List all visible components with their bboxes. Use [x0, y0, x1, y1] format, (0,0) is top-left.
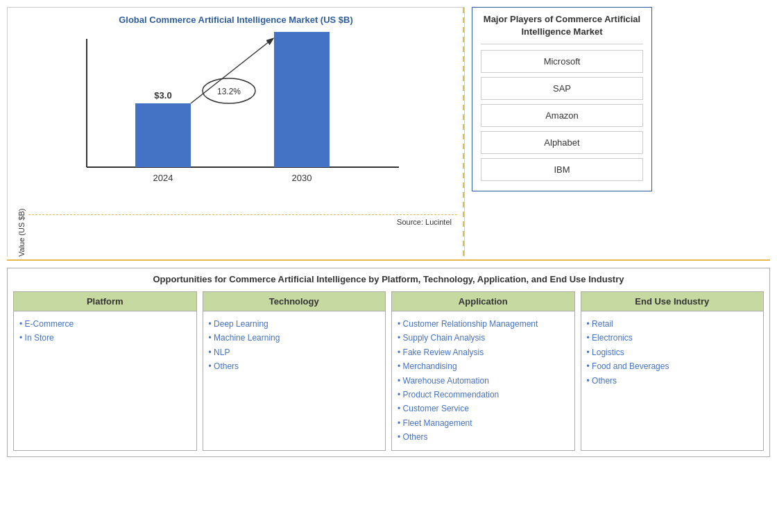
- list-item: Fleet Management: [398, 416, 569, 430]
- list-item: Customer Service: [398, 402, 569, 415]
- svg-text:2030: 2030: [292, 173, 312, 183]
- opportunity-column-2: ApplicationCustomer Relationship Managem…: [391, 291, 575, 451]
- bar-chart-svg: $3.0 $6.4 2024 2030 13.2%: [28, 32, 457, 198]
- chart-wrapper: Value (US $B) $3.0 $6.4: [15, 32, 457, 257]
- main-container: Global Commerce Artificial Intelligence …: [0, 0, 777, 532]
- svg-text:2024: 2024: [153, 173, 173, 183]
- column-header-1: Technology: [203, 292, 386, 311]
- player-item: Amazon: [481, 104, 643, 127]
- list-item: Machine Learning: [209, 331, 380, 345]
- divider-line: [7, 259, 770, 261]
- source-text: Source: Lucintel: [28, 214, 457, 229]
- column-body-2: Customer Relationship ManagementSupply C…: [392, 311, 574, 450]
- list-item: Logistics: [587, 345, 758, 359]
- chart-inner: $3.0 $6.4 2024 2030 13.2%: [28, 32, 457, 257]
- list-item: Food and Beverages: [587, 359, 758, 373]
- bar-2024: [135, 103, 191, 167]
- svg-text:$3.0: $3.0: [154, 90, 171, 101]
- list-item: Product Recommendation: [398, 388, 569, 402]
- list-item: Warehouse Automation: [398, 374, 569, 388]
- list-item: Electronics: [587, 331, 758, 345]
- column-header-0: Platform: [14, 292, 196, 311]
- list-item: Others: [587, 374, 758, 388]
- list-item: Fake Review Analysis: [398, 345, 569, 359]
- player-item: IBM: [481, 158, 643, 181]
- player-item: SAP: [481, 77, 643, 100]
- player-item: Microsoft: [481, 50, 643, 73]
- opportunity-column-3: End Use IndustryRetailElectronicsLogisti…: [581, 291, 765, 451]
- player-item: Alphabet: [481, 131, 643, 154]
- list-item: Retail: [587, 317, 758, 331]
- list-item: NLP: [209, 345, 380, 359]
- list-item: Customer Relationship Management: [398, 317, 569, 331]
- list-item: Others: [209, 359, 380, 373]
- list-item: Deep Learning: [209, 317, 380, 331]
- opportunity-column-1: TechnologyDeep LearningMachine LearningN…: [203, 291, 386, 451]
- column-header-3: End Use Industry: [581, 292, 764, 311]
- opportunity-column-0: PlatformE-CommerceIn Store: [13, 291, 197, 451]
- columns-container: PlatformE-CommerceIn StoreTechnologyDeep…: [13, 291, 764, 451]
- opportunities-title: Opportunities for Commerce Artificial In…: [13, 274, 764, 284]
- column-header-2: Application: [392, 292, 574, 311]
- column-body-1: Deep LearningMachine LearningNLPOthers: [203, 311, 386, 379]
- list-item: Merchandising: [398, 359, 569, 373]
- list-item: In Store: [19, 331, 191, 345]
- list-item: E-Commerce: [19, 317, 191, 331]
- svg-text:13.2%: 13.2%: [217, 87, 241, 96]
- y-axis-label: Value (US $B): [15, 32, 28, 257]
- top-section: Global Commerce Artificial Intelligence …: [7, 7, 770, 257]
- chart-title: Global Commerce Artificial Intelligence …: [119, 15, 353, 25]
- column-body-0: E-CommerceIn Store: [14, 311, 196, 351]
- bottom-section: Opportunities for Commerce Artificial In…: [7, 268, 770, 457]
- list-item: Others: [398, 430, 569, 444]
- chart-area: Global Commerce Artificial Intelligence …: [7, 7, 465, 257]
- major-players-title: Major Players of Commerce Artificial Int…: [481, 13, 643, 44]
- bar-2030: [274, 32, 330, 167]
- column-body-3: RetailElectronicsLogisticsFood and Bever…: [581, 311, 764, 393]
- list-item: Supply Chain Analysis: [398, 331, 569, 345]
- players-list: MicrosoftSAPAmazonAlphabetIBM: [481, 50, 643, 185]
- major-players-panel: Major Players of Commerce Artificial Int…: [472, 7, 652, 191]
